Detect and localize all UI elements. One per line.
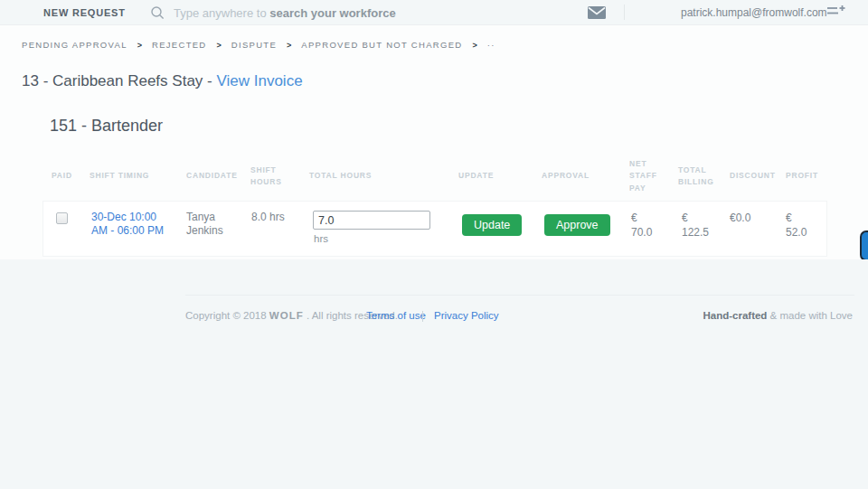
column-header-net-staff-pay: NET STAFF PAY	[627, 158, 664, 194]
section-title: 151 - Bartender	[50, 117, 163, 136]
page-title: 13 - Caribbean Reefs Stay - View Invoice	[22, 72, 303, 90]
update-cell: Update	[458, 211, 541, 236]
update-button[interactable]: Update	[462, 214, 522, 236]
new-request-button[interactable]: NEW REQUEST	[43, 0, 126, 25]
account-email[interactable]: patrick.humpal@fromwolf.com	[681, 0, 827, 25]
approve-button[interactable]: Approve	[544, 214, 610, 236]
breadcrumb-item-dispute[interactable]: DISPUTE	[231, 40, 277, 50]
column-header-candidate: CANDIDATE	[184, 170, 249, 182]
column-header-shift-timing: SHIFT TIMING	[88, 170, 184, 182]
column-header-shift-hours: SHIFT HOURS	[249, 165, 288, 188]
column-header-approval: APPROVAL	[540, 170, 627, 182]
breadcrumb-item-more[interactable]: ··	[487, 40, 495, 50]
column-header-profit: PROFIT	[784, 170, 827, 182]
edge-panel-toggle-button[interactable]	[860, 230, 868, 261]
footer: Copyright © 2018 WOLF . All rights reser…	[0, 259, 868, 489]
paid-checkbox[interactable]	[56, 212, 68, 224]
discount-value: €0.0	[729, 211, 785, 225]
view-invoice-link[interactable]: View Invoice	[216, 72, 302, 89]
total-hours-input[interactable]	[313, 211, 430, 230]
topbar: NEW REQUEST Type anywhere to search your…	[0, 0, 868, 25]
column-header-total-billing: TOTAL BILLING	[676, 165, 716, 188]
footer-links-divider	[422, 311, 423, 322]
profit-value: € 52.0	[785, 211, 828, 240]
net-staff-pay-value: € 70.0	[628, 211, 677, 240]
breadcrumb-item-approved-not-charged[interactable]: APPROVED BUT NOT CHARGED	[301, 40, 462, 50]
booking-title: 13 - Caribbean Reefs Stay -	[22, 72, 216, 89]
candidate-name: Tanya Jenkins	[185, 211, 236, 238]
total-hours-cell: hrs	[308, 211, 458, 244]
paid-cell	[51, 211, 89, 227]
footer-tagline: Hand-crafted & made with Love	[703, 310, 853, 321]
add-request-button[interactable]	[826, 5, 846, 20]
brand-name: WOLF	[269, 310, 304, 321]
shift-timing-link[interactable]: 30-Dec 10:00 AM - 06:00 PM	[89, 211, 172, 238]
search-placeholder: Type anywhere to search your workforce	[174, 6, 396, 20]
mail-icon	[588, 6, 606, 19]
chevron-right-icon: >	[472, 41, 476, 50]
search-input[interactable]: Type anywhere to search your workforce	[150, 0, 396, 25]
approval-cell: Approve	[541, 211, 628, 236]
table-header: PAID SHIFT TIMING CANDIDATE SHIFT HOURS …	[50, 154, 827, 199]
mail-button[interactable]	[588, 0, 606, 25]
chevron-right-icon: >	[287, 41, 291, 50]
total-billing-value: € 122.5	[677, 211, 729, 240]
topbar-divider	[624, 5, 625, 20]
breadcrumb: PENDING APPROVAL > REJECTED > DISPUTE > …	[22, 40, 495, 50]
column-header-discount: DISCOUNT	[728, 170, 784, 182]
total-hours-unit: hrs	[314, 233, 458, 244]
table-row: 30-Dec 10:00 AM - 06:00 PM Tanya Jenkins…	[42, 201, 827, 257]
breadcrumb-item-pending-approval[interactable]: PENDING APPROVAL	[22, 40, 127, 50]
column-header-paid: PAID	[50, 170, 88, 182]
chevron-right-icon: >	[217, 41, 222, 50]
chevron-right-icon: >	[137, 41, 142, 50]
footer-divider	[185, 295, 854, 296]
privacy-policy-link[interactable]: Privacy Policy	[434, 310, 499, 321]
column-header-update: UPDATE	[457, 170, 540, 182]
search-icon	[150, 5, 165, 20]
terms-of-use-link[interactable]: Terms of use	[366, 310, 426, 321]
column-header-total-hours: TOTAL HOURS	[307, 170, 457, 182]
shift-hours-value: 8.0 hrs	[250, 211, 308, 224]
breadcrumb-item-rejected[interactable]: REJECTED	[152, 40, 207, 50]
playlist-add-icon	[826, 5, 846, 20]
